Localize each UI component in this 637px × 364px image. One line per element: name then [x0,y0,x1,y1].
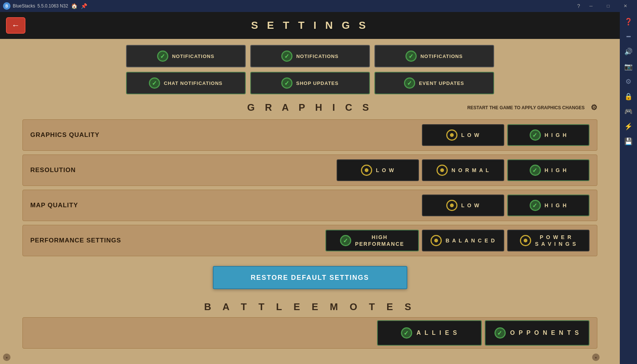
restart-note-text: RESTART THE GAME TO APPLY GRAPHICS CHANG… [467,105,585,110]
corner-decoration-left: ● [3,354,10,361]
graphics-quality-row: GRAPHICS QUALITY L O W H I G H [22,119,597,151]
high-performance-btn[interactable]: HIGHPERFORMANCE [325,230,419,251]
resolution-high-btn[interactable]: H I G H [507,159,589,181]
mq-high-label: H I G H [545,202,567,208]
restore-default-button[interactable]: RESTORE DEFAULT SETTINGS [213,266,407,289]
battle-emotes-title: B A T T L E E M O T E S [204,301,416,312]
resolution-options: L O W N O R M A L H I G H [337,159,589,181]
shop-updates-btn[interactable]: SHOP UPDATES [250,72,370,94]
res-low-label: L O W [376,167,395,173]
map-quality-options: L O W H I G H [422,195,589,216]
resolution-normal-btn[interactable]: N O R M A L [422,159,504,181]
pin-icon[interactable]: 📌 [80,2,88,10]
notif-label-3: NOTIFICATIONS [420,53,463,59]
res-high-label: H I G H [545,167,567,173]
notif-btn-1[interactable]: NOTIFICATIONS [126,45,246,67]
shop-updates-label: SHOP UPDATES [296,80,339,86]
battle-emotes-options: A L L I E S O P P O N E N T S [377,320,589,346]
opponents-label: O P P O N E N T S [510,330,580,336]
close-button[interactable]: ✕ [617,0,634,12]
opponents-btn[interactable]: O P P O N E N T S [485,320,589,346]
home-icon[interactable]: 🏠 [70,2,78,10]
resolution-low-btn[interactable]: L O W [337,159,419,181]
sidebar-icon-settings[interactable]: ⚙ [622,75,635,88]
help-icon[interactable]: ? [575,2,582,10]
map-quality-low-btn[interactable]: L O W [422,195,504,216]
notif-label-2: NOTIFICATIONS [296,53,339,59]
resolution-row: RESOLUTION L O W N O R M A L H I G H [22,155,597,186]
res-high-check [530,165,541,176]
balanced-btn[interactable]: B A L A N C E D [422,230,504,251]
graphics-quality-options: L O W H I G H [422,124,589,146]
mq-low-check [446,200,457,211]
maximize-button[interactable]: □ [600,0,617,12]
ps-check [520,235,531,246]
check-circle-3 [405,51,417,62]
sidebar-icon-lock[interactable]: 🔒 [622,90,635,103]
battle-emotes-header: B A T T L E E M O T E S [22,301,597,313]
gq-high-label: H I G H [545,132,567,138]
settings-content[interactable]: NOTIFICATIONS NOTIFICATIONS NOTIFICATION… [0,39,620,364]
sidebar-icon-gamepad[interactable]: 🎮 [622,105,635,118]
allies-check [401,327,412,339]
power-savings-label: P O W E RS A V I N G S [535,234,576,247]
res-low-check [361,165,372,176]
chat-notif-label: CHAT NOTIFICATIONS [164,80,223,86]
back-button[interactable]: ← [6,17,25,34]
high-performance-label: HIGHPERFORMANCE [355,234,404,247]
chat-check [149,77,160,89]
resolution-label: RESOLUTION [30,166,150,174]
chat-notif-btn[interactable]: CHAT NOTIFICATIONS [126,72,246,94]
performance-options: HIGHPERFORMANCE B A L A N C E D P O W E … [325,230,589,251]
notif-btn-2[interactable]: NOTIFICATIONS [250,45,370,67]
check-circle-1 [157,51,168,62]
event-check [404,77,415,89]
power-savings-btn[interactable]: P O W E RS A V I N G S [507,230,589,251]
sidebar-icon-performance[interactable]: ⚡ [622,120,635,133]
performance-settings-row: PERFORMANCE SETTINGS HIGHPERFORMANCE B A… [22,225,597,256]
graphics-quality-low-btn[interactable]: L O W [422,124,504,146]
notifications-bottom-row: CHAT NOTIFICATIONS SHOP UPDATES EVENT UP… [22,72,597,94]
sidebar-icon-minimize[interactable]: ━ [622,30,635,43]
restart-note: RESTART THE GAME TO APPLY GRAPHICS CHANG… [467,103,597,113]
minimize-button[interactable]: ─ [582,0,600,12]
notif-label-1: NOTIFICATIONS [172,53,214,59]
battle-emotes-row: A L L I E S O P P O N E N T S [22,317,597,349]
gear-icon[interactable]: ⚙ [588,103,597,113]
allies-btn[interactable]: A L L I E S [377,320,482,346]
allies-label: A L L I E S [417,330,458,336]
event-updates-btn[interactable]: EVENT UPDATES [374,72,494,94]
back-arrow-icon: ← [12,21,20,30]
bluestacks-logo: B [3,2,10,10]
graphics-quality-label: GRAPHICS QUALITY [30,131,150,139]
check-circle-2 [281,51,293,62]
sidebar-icon-help[interactable]: ❓ [622,15,635,28]
mq-low-label: L O W [461,202,480,208]
restore-default-label: RESTORE DEFAULT SETTINGS [251,274,369,282]
graphics-quality-high-btn[interactable]: H I G H [507,124,589,146]
gq-low-check [446,129,457,141]
res-normal-label: N O R M A L [451,167,490,173]
hp-check [340,235,351,246]
sidebar-icon-audio[interactable]: 🔊 [622,45,635,58]
map-quality-label: MAP QUALITY [30,202,150,209]
opponents-check [494,327,506,339]
notif-btn-3[interactable]: NOTIFICATIONS [374,45,494,67]
gq-low-label: L O W [461,132,480,138]
right-sidebar: ❓ ━ 🔊 📷 ⚙ 🔒 🎮 ⚡ 💾 [620,12,637,364]
event-updates-label: EVENT UPDATES [419,80,464,86]
sidebar-icon-save[interactable]: 💾 [622,135,635,148]
map-quality-high-btn[interactable]: H I G H [507,195,589,216]
corner-decoration-right: ● [592,354,600,361]
settings-title: S E T T I N G S [251,19,368,31]
sidebar-icon-camera[interactable]: 📷 [622,60,635,73]
shop-check [281,77,293,89]
balanced-check [431,235,442,246]
title-bar-left: B BlueStacks 5.5.0.1063 N32 🏠 📌 [3,2,88,10]
notifications-top-row: NOTIFICATIONS NOTIFICATIONS NOTIFICATION… [22,45,597,67]
title-bar: B BlueStacks 5.5.0.1063 N32 🏠 📌 ? ─ □ ✕ [0,0,637,12]
mq-high-check [530,200,541,211]
graphics-title: G R A P H I C S [247,102,373,113]
graphics-section-header: G R A P H I C S RESTART THE GAME TO APPL… [22,102,597,113]
map-quality-row: MAP QUALITY L O W H I G H [22,190,597,221]
